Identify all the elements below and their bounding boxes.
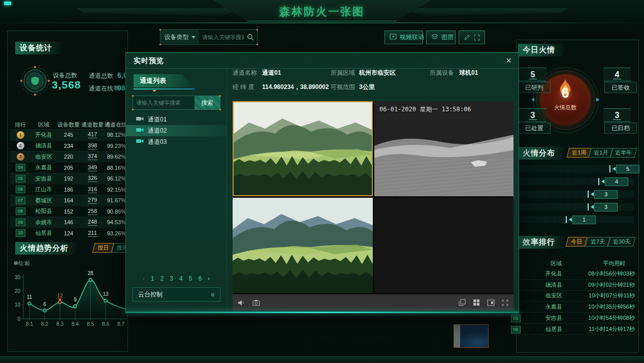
region-name: 安吉县	[519, 314, 588, 322]
efficiency-row: 永嘉县10小时35分钟56秒	[519, 301, 635, 313]
channel-count-link[interactable]: 374	[88, 153, 97, 160]
distribution-title: 火情分布	[518, 147, 566, 160]
region-name: 开化县	[519, 270, 588, 278]
measure-pencil-icon[interactable]	[464, 34, 470, 41]
online-rate: 98.12%	[105, 132, 126, 138]
channel-item[interactable]: 通道03	[126, 136, 227, 147]
video-cell-selected[interactable]	[233, 101, 373, 196]
bar-value-badge: 1	[572, 216, 596, 224]
avg-time-value: 11小时14分钟17秒	[589, 325, 635, 333]
table-row: 10仙居县12421193.26%	[10, 228, 126, 239]
device-count: 164	[57, 197, 80, 203]
tab-last-week[interactable]: 近1周	[566, 148, 591, 158]
ring-right-marker	[596, 98, 599, 102]
page-number[interactable]: 6	[198, 275, 202, 282]
video-cell-landscape[interactable]	[233, 198, 373, 293]
channel-item[interactable]: 通道02	[126, 125, 227, 136]
distribution-bar-row: 3	[519, 203, 636, 210]
bar-fill	[519, 165, 610, 172]
page-number[interactable]: 5	[189, 275, 192, 282]
grid-layout-icon[interactable]	[473, 299, 480, 306]
channel-count-link[interactable]: 279	[88, 197, 97, 204]
video-fullscreen-icon[interactable]	[502, 299, 508, 306]
search-icon[interactable]	[247, 34, 254, 41]
region-name: 德清县	[519, 281, 588, 289]
tab-7days[interactable]: 近7天	[585, 237, 610, 247]
volume-icon[interactable]	[238, 299, 245, 306]
channel-list-notch	[152, 90, 156, 92]
rank-number: 09	[16, 219, 25, 226]
channel-count-link[interactable]: 417	[88, 131, 97, 138]
region-name: 临安区	[30, 153, 57, 161]
page-number[interactable]: 2	[160, 275, 164, 282]
today-fire-title: 今日火情	[518, 44, 566, 56]
header-left-decoration	[76, 8, 244, 16]
device-count: 205	[57, 165, 80, 171]
channel-search-input[interactable]	[133, 96, 195, 109]
layers-button[interactable]: 图层	[426, 31, 456, 44]
channel-count-link[interactable]: 248	[88, 219, 97, 226]
stat-signed-value: 4	[603, 68, 631, 81]
video-cell-thermal[interactable]: 06-01-2020 星期一 13:58:06	[374, 101, 513, 196]
online-rate: 88.16%	[105, 165, 126, 171]
tab-30days[interactable]: 近30天	[607, 237, 635, 247]
channel-count-link[interactable]: 398	[88, 142, 97, 149]
video-cell-empty[interactable]	[374, 198, 513, 293]
tab-by-day[interactable]: 按日	[92, 243, 114, 253]
svg-text:8.1: 8.1	[26, 321, 33, 327]
channel-item[interactable]: 通道01	[126, 114, 227, 125]
svg-text:13: 13	[103, 291, 109, 297]
fire-total-label: 火情总数	[540, 104, 591, 111]
table-row: 09余姚市14624894.53%	[10, 217, 126, 228]
close-icon[interactable]: ×	[506, 55, 511, 66]
tab-today[interactable]: 今日	[565, 237, 587, 247]
channel-count-link[interactable]: 211	[88, 230, 97, 237]
channel-list-title: 通道列表	[134, 74, 195, 87]
rank-number: 06	[511, 326, 521, 334]
bar-value-badge: 3	[594, 190, 618, 199]
fullscreen-icon[interactable]	[474, 35, 480, 41]
device-type-dropdown[interactable]: 设备类型	[160, 30, 199, 44]
page-prev-icon[interactable]: ‹	[143, 275, 145, 282]
keyword-search-input[interactable]	[199, 30, 247, 44]
channel-count-link[interactable]: 258	[88, 208, 97, 215]
device-count: 234	[57, 143, 80, 149]
device-count: 152	[57, 208, 80, 215]
page-next-icon[interactable]: ›	[208, 275, 210, 282]
copy-view-icon[interactable]	[459, 299, 466, 306]
page-number[interactable]: 3	[170, 275, 173, 282]
stat-analyzed-label: 已研判	[518, 82, 551, 93]
camera-icon	[136, 138, 144, 145]
page-number[interactable]: 4	[179, 275, 183, 282]
overview-minimap[interactable]	[454, 324, 489, 348]
page-number[interactable]: 1	[151, 275, 154, 282]
page-title: 森林防火一张图	[279, 5, 365, 19]
svg-text:30: 30	[15, 275, 21, 280]
channel-search-button[interactable]: 搜索	[195, 96, 220, 109]
channel-count-link[interactable]: 326	[88, 175, 97, 182]
region-name: 开化县	[30, 131, 57, 139]
video-linkage-button[interactable]: 视频联动	[384, 31, 423, 44]
camera-icon	[136, 116, 144, 123]
rank-badge: 10	[10, 229, 30, 237]
svg-text:8.5: 8.5	[87, 321, 94, 327]
col-region: 区域	[519, 260, 593, 267]
snapshot-camera-icon[interactable]	[252, 299, 260, 306]
camera-icon	[136, 127, 144, 134]
channel-count-link[interactable]: 349	[88, 164, 97, 171]
rank-badge: 07	[10, 197, 30, 204]
channel-count-link[interactable]: 316	[88, 186, 97, 193]
online-rate: 96.12%	[105, 175, 126, 182]
channel-count: 258	[80, 208, 105, 215]
single-view-icon[interactable]	[487, 299, 495, 306]
svg-text:8.4: 8.4	[72, 321, 79, 327]
device-count: 186	[57, 187, 80, 193]
tab-half-year[interactable]: 近半年	[609, 148, 637, 158]
efficiency-row: 05安吉县10小时54分钟08秒	[519, 313, 635, 324]
table-header-row: 排行 区域 设备数量 通道数量 通道在线率	[10, 120, 126, 129]
ptz-control-dropdown[interactable]: 云台控制 »	[133, 287, 220, 301]
region-name: 余姚市	[30, 219, 57, 226]
stat-analyzed-value: 5	[519, 68, 546, 81]
rank-number: 05	[16, 175, 25, 183]
bar-arrow-icon	[613, 167, 616, 171]
